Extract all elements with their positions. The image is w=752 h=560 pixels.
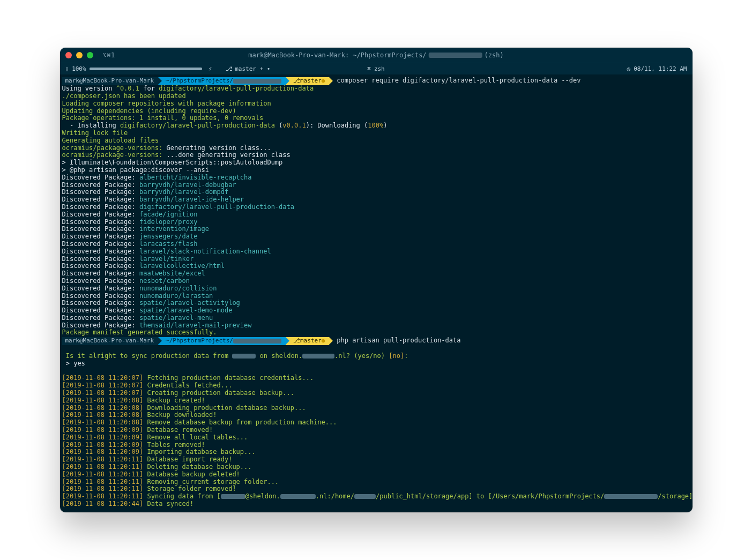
output-line: Writing lock file xyxy=(60,130,693,137)
discovered-package: Discovered Package: barryvdh/laravel-dom… xyxy=(60,189,693,196)
discovered-package: Discovered Package: barryvdh/laravel-ide… xyxy=(60,196,693,204)
maximize-icon[interactable] xyxy=(87,52,93,58)
close-icon[interactable] xyxy=(65,52,72,58)
clock: 08/11, 11:22 AM xyxy=(634,65,687,72)
log-line: [2019-11-08 11:20:09] Importing database… xyxy=(60,449,693,456)
discovered-package: Discovered Package: spatie/laravel-menu xyxy=(60,315,693,322)
discovered-package: Discovered Package: spatie/laravel-demo-… xyxy=(60,307,693,315)
output-line: Package operations: 1 install, 0 updates… xyxy=(60,115,693,122)
command-text: composer require digifactory/laravel-pul… xyxy=(337,77,580,85)
discovered-package: Discovered Package: facade/ignition xyxy=(60,211,693,219)
log-line: [2019-11-08 11:20:11] Removing current s… xyxy=(60,479,693,486)
output-line: > @php artisan package:discover --ansi xyxy=(60,167,693,174)
prompt-line-2: mark@MacBook-Pro-van-Mark ~/PhpstormProj… xyxy=(60,337,693,345)
discovered-package: Discovered Package: albertcht/invisible-… xyxy=(60,174,693,182)
log-line: [2019-11-08 11:20:07] Creating productio… xyxy=(60,390,693,397)
prompt-branch: ⎇ master ● xyxy=(286,77,329,85)
log-line: [2019-11-08 11:20:11] Database backup de… xyxy=(60,471,693,479)
discovered-package: Discovered Package: digifactory/laravel-… xyxy=(60,204,693,211)
prompt-branch: ⎇ master ● xyxy=(286,337,329,345)
tab-shortcut: ⌥⌘1 xyxy=(103,51,115,59)
branch-status: master + • xyxy=(235,65,270,72)
discovered-package: Discovered Package: themsaid/laravel-mai… xyxy=(60,322,693,330)
discovered-package: Discovered Package: laravel/tinker xyxy=(60,256,693,263)
output-line: Generating autoload files xyxy=(60,137,693,145)
prompt-path: ~/PhpstormProjects/ xyxy=(158,337,286,345)
window-title: mark@MacBook-Pro-van-Mark: ~/PhpstormPro… xyxy=(248,51,503,59)
status-bar: ▯ 100% ⚡ ⎇ master + • ⌘ zsh ◷ 08/11, 11:… xyxy=(60,63,693,74)
terminal-window: ⌥⌘1 mark@MacBook-Pro-van-Mark: ~/Phpstor… xyxy=(60,48,693,512)
output-line: Updating dependencies (including require… xyxy=(60,108,693,115)
log-line: [2019-11-08 11:20:07] Fetching productio… xyxy=(60,375,693,382)
titlebar: ⌥⌘1 mark@MacBook-Pro-van-Mark: ~/Phpstor… xyxy=(60,48,693,63)
shell-icon: ⌘ xyxy=(367,65,371,72)
discovered-package: Discovered Package: jenssegers/date xyxy=(60,233,693,241)
discovered-package: Discovered Package: fideloper/proxy xyxy=(60,219,693,226)
output-line: - Installing digifactory/laravel-pull-pr… xyxy=(60,122,693,130)
discovered-package: Discovered Package: laravel/slack-notifi… xyxy=(60,248,693,256)
log-line: [2019-11-08 11:20:09] Remove all local t… xyxy=(60,434,693,442)
discovered-package: Discovered Package: nunomaduro/collision xyxy=(60,285,693,293)
log-line: [2019-11-08 11:20:11] Deleting database … xyxy=(60,464,693,471)
output-line: ./composer.json has been updated xyxy=(60,93,693,100)
log-line: [2019-11-08 11:20:11] Database import re… xyxy=(60,456,693,464)
log-line: [2019-11-08 11:20:08] Downloading produc… xyxy=(60,405,693,412)
log-line: [2019-11-08 11:20:11] Syncing data from … xyxy=(60,493,693,501)
output-line: Loading composer repositories with packa… xyxy=(60,100,693,108)
prompt-line-1: mark@MacBook-Pro-van-Mark ~/PhpstormProj… xyxy=(60,77,693,85)
battery-bar xyxy=(90,68,202,70)
window-controls xyxy=(65,52,93,58)
git-branch-icon: ⎇ xyxy=(293,338,300,345)
log-line: [2019-11-08 11:20:44] Data synced! xyxy=(60,501,693,508)
discovered-package: Discovered Package: barryvdh/laravel-deb… xyxy=(60,182,693,189)
output-line: Package manifest generated successfully. xyxy=(60,329,693,337)
log-line: [2019-11-08 11:20:07] Credentials fetche… xyxy=(60,382,693,390)
prompt-user: mark@MacBook-Pro-van-Mark xyxy=(62,77,159,85)
log-line: [2019-11-08 11:20:09] Tables removed! xyxy=(60,442,693,449)
minimize-icon[interactable] xyxy=(76,52,83,58)
output-line: > Illuminate\Foundation\ComposerScripts:… xyxy=(60,159,693,167)
output-line: ocramius/package-versions: ...done gener… xyxy=(60,152,693,159)
git-branch-icon: ⎇ xyxy=(226,65,233,72)
output-line: Using version ^0.0.1 for digifactory/lar… xyxy=(60,85,693,93)
terminal-output[interactable]: mark@MacBook-Pro-van-Mark ~/PhpstormProj… xyxy=(60,74,693,512)
discovered-package: Discovered Package: intervention/image xyxy=(60,226,693,233)
output-line xyxy=(60,345,693,353)
battery-percent: 100% xyxy=(72,65,86,72)
log-line: [2019-11-08 11:20:08] Backup created! xyxy=(60,397,693,405)
discovered-package: Discovered Package: laravelcollective/ht… xyxy=(60,263,693,270)
log-line: [2019-11-08 11:20:08] Backup downloaded! xyxy=(60,412,693,419)
sync-question: Is it alright to sync production data fr… xyxy=(60,353,693,360)
output-line xyxy=(60,368,693,375)
battery-icon: ▯ xyxy=(65,65,69,72)
discovered-package: Discovered Package: spatie/laravel-activ… xyxy=(60,300,693,307)
log-line: [2019-11-08 11:20:09] Database removed! xyxy=(60,427,693,434)
discovered-package: Discovered Package: nesbot/carbon xyxy=(60,278,693,285)
output-line: ocramius/package-versions: Generating ve… xyxy=(60,145,693,152)
command-text: php artisan pull-production-data xyxy=(337,337,460,345)
sync-answer: > yes xyxy=(60,360,693,368)
log-line: [2019-11-08 11:20:08] Remove database ba… xyxy=(60,419,693,427)
discovered-package: Discovered Package: laracasts/flash xyxy=(60,241,693,248)
prompt-path: ~/PhpstormProjects/ xyxy=(158,77,286,85)
git-branch-icon: ⎇ xyxy=(293,78,300,85)
clock-icon: ◷ xyxy=(627,65,631,72)
discovered-package: Discovered Package: maatwebsite/excel xyxy=(60,270,693,278)
redacted-text xyxy=(429,53,482,58)
lightning-icon: ⚡ xyxy=(209,65,212,72)
prompt-user: mark@MacBook-Pro-van-Mark xyxy=(62,337,159,345)
shell-name: zsh xyxy=(374,65,385,72)
log-line: [2019-11-08 11:20:11] Storage folder rem… xyxy=(60,486,693,493)
discovered-package: Discovered Package: nunomaduro/larastan xyxy=(60,293,693,300)
